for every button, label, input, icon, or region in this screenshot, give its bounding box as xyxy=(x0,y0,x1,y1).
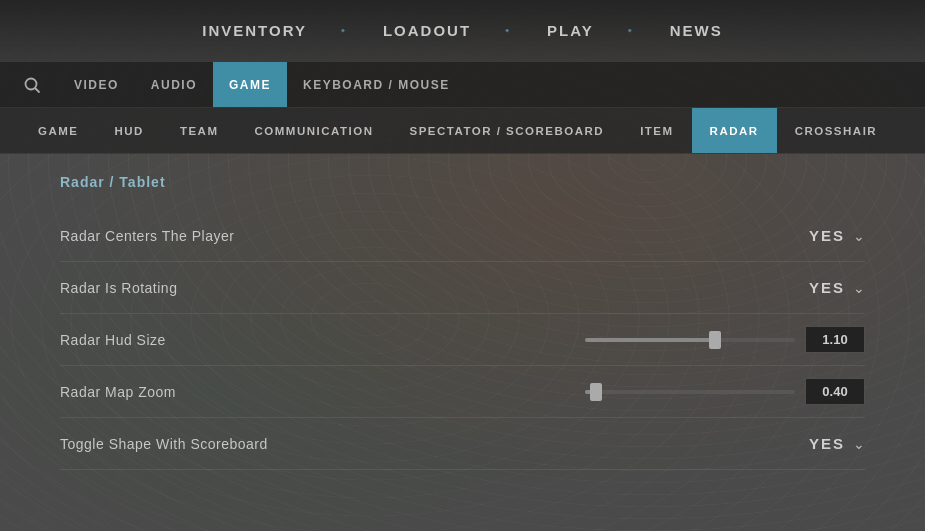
toggle-shape-scoreboard-value: YES xyxy=(809,435,845,452)
sub-nav-game[interactable]: GAME xyxy=(20,108,97,153)
setting-row-radar-hud-size: Radar Hud Size 1.10 xyxy=(60,314,865,366)
chevron-down-icon: ⌄ xyxy=(853,228,865,244)
tab-game[interactable]: GAME xyxy=(213,62,287,107)
nav-item-news[interactable]: NEWS xyxy=(632,0,761,61)
toggle-shape-scoreboard-control[interactable]: YES ⌄ xyxy=(809,435,865,452)
radar-centers-player-control[interactable]: YES ⌄ xyxy=(809,227,865,244)
sub-navigation: GAME HUD TEAM COMMUNICATION SPECTATOR / … xyxy=(0,108,925,154)
radar-centers-player-value: YES xyxy=(809,227,845,244)
sub-nav-spectator-scoreboard[interactable]: SPECTATOR / SCOREBOARD xyxy=(391,108,622,153)
radar-is-rotating-control[interactable]: YES ⌄ xyxy=(809,279,865,296)
setting-label-toggle-shape-scoreboard: Toggle Shape With Scoreboard xyxy=(60,436,809,452)
sub-nav-crosshair[interactable]: CROSSHAIR xyxy=(777,108,896,153)
setting-label-radar-map-zoom: Radar Map Zoom xyxy=(60,384,585,400)
chevron-down-icon: ⌄ xyxy=(853,436,865,452)
settings-bar: VIDEO AUDIO GAME KEYBOARD / MOUSE xyxy=(0,62,925,108)
nav-item-play[interactable]: PLAY xyxy=(509,0,632,61)
nav-item-loadout[interactable]: LOADOUT xyxy=(345,0,509,61)
radar-hud-size-thumb[interactable] xyxy=(709,331,721,349)
setting-row-radar-is-rotating: Radar Is Rotating YES ⌄ xyxy=(60,262,865,314)
radar-hud-size-control: 1.10 xyxy=(585,326,865,353)
svg-line-1 xyxy=(36,88,40,92)
settings-content: Radar / Tablet Radar Centers The Player … xyxy=(0,154,925,490)
radar-map-zoom-control: 0.40 xyxy=(585,378,865,405)
sub-nav-communication[interactable]: COMMUNICATION xyxy=(237,108,392,153)
setting-label-radar-is-rotating: Radar Is Rotating xyxy=(60,280,809,296)
tab-video[interactable]: VIDEO xyxy=(58,62,135,107)
radar-hud-size-value: 1.10 xyxy=(805,326,865,353)
radar-map-zoom-value: 0.40 xyxy=(805,378,865,405)
sub-nav-hud[interactable]: HUD xyxy=(97,108,162,153)
radar-hud-size-track[interactable] xyxy=(585,338,795,342)
setting-label-radar-centers-player: Radar Centers The Player xyxy=(60,228,809,244)
sub-nav-radar[interactable]: RADAR xyxy=(692,108,777,153)
setting-row-toggle-shape-scoreboard: Toggle Shape With Scoreboard YES ⌄ xyxy=(60,418,865,470)
radar-map-zoom-track[interactable] xyxy=(585,390,795,394)
nav-item-inventory[interactable]: INVENTORY xyxy=(164,0,345,61)
chevron-down-icon: ⌄ xyxy=(853,280,865,296)
setting-row-radar-map-zoom: Radar Map Zoom 0.40 xyxy=(60,366,865,418)
tab-audio[interactable]: AUDIO xyxy=(135,62,213,107)
radar-map-zoom-thumb[interactable] xyxy=(590,383,602,401)
setting-row-radar-centers-player: Radar Centers The Player YES ⌄ xyxy=(60,210,865,262)
radar-hud-size-fill xyxy=(585,338,715,342)
setting-label-radar-hud-size: Radar Hud Size xyxy=(60,332,585,348)
sub-nav-team[interactable]: TEAM xyxy=(162,108,237,153)
radar-is-rotating-value: YES xyxy=(809,279,845,296)
tab-keyboard-mouse[interactable]: KEYBOARD / MOUSE xyxy=(287,62,466,107)
svg-point-0 xyxy=(26,78,37,89)
section-title: Radar / Tablet xyxy=(60,174,865,190)
search-icon[interactable] xyxy=(16,69,48,101)
sub-nav-item[interactable]: ITEM xyxy=(622,108,691,153)
main-navigation: INVENTORY LOADOUT PLAY NEWS xyxy=(0,0,925,62)
